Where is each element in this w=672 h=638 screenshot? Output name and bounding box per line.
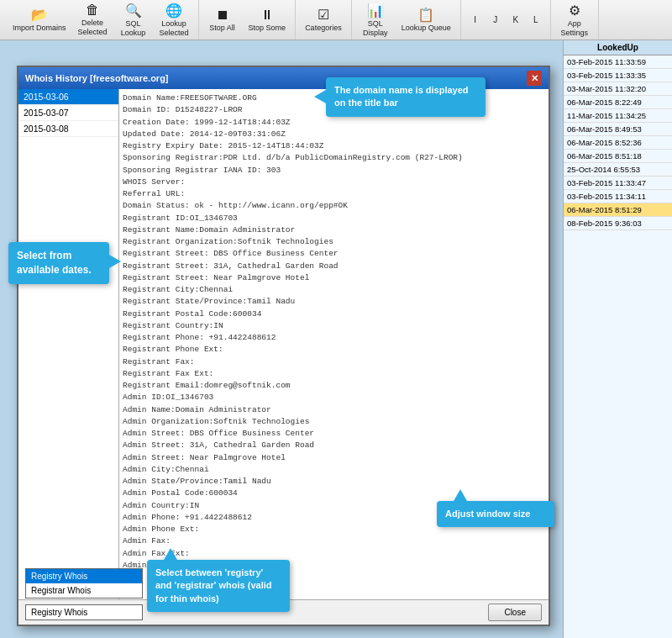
dialog-titlebar: Whois History [freesoftware.org] ✕ xyxy=(18,67,549,89)
lookup-queue-label: Lookup Queue xyxy=(402,24,451,33)
toolbar-group-categories: ☑ Categories xyxy=(296,0,352,40)
dialog-body: 2015-03-062015-03-072015-03-08 Domain Na… xyxy=(18,89,549,599)
sql-display-button[interactable]: 📊 SQLDisplay xyxy=(357,3,394,37)
whois-line: Sponsoring Registrar:PDR Ltd. d/b/a Publ… xyxy=(123,152,545,164)
toolbar-group-sql: 📊 SQLDisplay 📋 Lookup Queue xyxy=(352,0,461,40)
whois-line: Admin Email:domreg@softnik.com xyxy=(123,560,545,572)
categories-label: Categories xyxy=(305,24,342,33)
whois-line: Registry Expiry Date: 2015-12-14T18:44:0… xyxy=(123,140,545,152)
stop-all-label: Stop All xyxy=(209,24,235,33)
whois-line: Admin Country:IN xyxy=(123,500,545,512)
whois-line: Registrant Phone: +91.4422488612 xyxy=(123,332,545,344)
sql-lookup-button[interactable]: 🔍 SQLLookup xyxy=(115,3,152,37)
whois-type-select[interactable]: Registry Whois Registrar Whois xyxy=(25,604,143,620)
sql-lookup-label: SQLLookup xyxy=(121,19,146,38)
right-panel-item[interactable]: 03-Mar-2015 11:32:20 xyxy=(564,82,672,96)
sql-display-icon: 📊 xyxy=(367,3,384,18)
whois-line: Registrant Name:Domain Administrator xyxy=(123,224,545,236)
whois-line: Registrant Postal Code:600034 xyxy=(123,308,545,320)
whois-line: Updated Date: 2014-12-09T03:31:06Z xyxy=(123,129,545,140)
right-panel-item[interactable]: 06-Mar-2015 8:49:53 xyxy=(564,123,672,136)
dialog-close-x-button[interactable]: ✕ xyxy=(527,71,542,86)
whois-line: Domain ID: D15248227-LROR xyxy=(123,104,545,116)
whois-line: Registrant Street: Near Palmgrove Hotel xyxy=(123,272,545,284)
right-panel-header: LookedUp xyxy=(564,40,672,55)
lookup-queue-button[interactable]: 📋 Lookup Queue xyxy=(397,3,455,37)
right-panel-item[interactable]: 06-Mar-2015 8:52:36 xyxy=(564,136,672,150)
right-panel-item[interactable]: 06-Mar-2015 8:22:49 xyxy=(564,96,672,109)
page-i-button[interactable]: I xyxy=(466,3,485,37)
date-list-item[interactable]: 2015-03-08 xyxy=(18,121,118,137)
dialog-title: Whois History [freesoftware.org] xyxy=(25,73,169,83)
toolbar-group-pages: I J K L xyxy=(461,0,551,40)
whois-line: Admin Fax Ext: xyxy=(123,548,545,560)
whois-history-dialog: Whois History [freesoftware.org] ✕ 2015-… xyxy=(17,66,550,626)
registrar-whois-dropdown-item[interactable]: Registrar Whois xyxy=(26,583,142,598)
import-domains-label: Import Domains xyxy=(13,24,66,33)
stop-some-icon: ⏸ xyxy=(260,8,274,23)
right-panel: LookedUp 03-Feb-2015 11:33:5903-Feb-2015… xyxy=(563,40,672,638)
right-panel-item[interactable]: 03-Feb-2015 11:33:59 xyxy=(564,55,672,69)
app-settings-button[interactable]: ⚙ AppSettings xyxy=(556,3,593,37)
import-domains-button[interactable]: 📂 Import Domains xyxy=(8,3,71,37)
page-l-button[interactable]: L xyxy=(527,3,545,37)
app-settings-label: AppSettings xyxy=(560,19,588,38)
right-panel-item[interactable]: 06-Mar-2015 8:51:29 xyxy=(564,203,672,217)
date-list-item[interactable]: 2015-03-06 xyxy=(18,89,118,105)
sql-display-label: SQLDisplay xyxy=(363,19,388,38)
whois-line: Admin Fax: xyxy=(123,535,545,547)
whois-line: Registrant Organization:Softnik Technolo… xyxy=(123,236,545,248)
dialog-footer: Registry Whois Registrar Whois Registry … xyxy=(18,599,549,625)
right-panel-item[interactable]: 03-Feb-2015 11:33:47 xyxy=(564,177,672,190)
date-list[interactable]: 2015-03-062015-03-072015-03-08 xyxy=(18,89,119,599)
right-panel-item[interactable]: 03-Feb-2015 11:34:11 xyxy=(564,190,672,203)
whois-line: Registrant Street: 31A, Cathedral Garden… xyxy=(123,261,545,272)
main-area: LookedUp 03-Feb-2015 11:33:5903-Feb-2015… xyxy=(0,40,672,638)
whois-line: Admin Phone Ext: xyxy=(123,524,545,535)
delete-selected-label: DeleteSelected xyxy=(78,18,108,37)
lookup-queue-icon: 📋 xyxy=(417,7,434,23)
whois-line: Referral URL: xyxy=(123,188,545,200)
categories-button[interactable]: ☑ Categories xyxy=(301,3,346,37)
whois-line: Registrant ID:OI_1346703 xyxy=(123,213,545,224)
whois-line: Admin Street: 31A, Cathedral Garden Road xyxy=(123,440,545,451)
whois-line: Admin Name:Domain Administrator xyxy=(123,404,545,416)
whois-line: Registrant Fax Ext: xyxy=(123,368,545,380)
whois-line: Admin City:Chennai xyxy=(123,464,545,476)
whois-line: Registrant City:Chennai xyxy=(123,284,545,296)
page-j-button[interactable]: J xyxy=(486,3,505,37)
stop-all-icon: ⏹ xyxy=(216,8,229,23)
whois-line: Sponsoring Registrar IANA ID: 303 xyxy=(123,165,545,177)
right-panel-item[interactable]: 06-Mar-2015 8:51:18 xyxy=(564,150,672,163)
right-panel-item[interactable]: 25-Oct-2014 6:55:53 xyxy=(564,163,672,177)
lookup-selected-button[interactable]: 🌐 LookupSelected xyxy=(155,3,193,37)
delete-icon: 🗑 xyxy=(86,3,99,18)
whois-line: Admin Organization:Softnik Technologies xyxy=(123,416,545,428)
dialog-close-footer-button[interactable]: Close xyxy=(488,604,542,621)
right-panel-item[interactable]: 03-Feb-2015 11:33:35 xyxy=(564,69,672,82)
whois-line: Admin State/Province:Tamil Nadu xyxy=(123,476,545,488)
whois-line: Registrant Street: DBS Office Business C… xyxy=(123,248,545,260)
sql-lookup-icon: 🔍 xyxy=(125,3,142,18)
toolbar-group-app: ⚙ AppSettings xyxy=(551,0,599,40)
whois-line: Registrant Fax: xyxy=(123,356,545,368)
whois-line: Registrant Phone Ext: xyxy=(123,344,545,356)
delete-selected-button[interactable]: 🗑 DeleteSelected xyxy=(74,3,112,37)
stop-all-button[interactable]: ⏹ Stop All xyxy=(204,3,241,37)
right-panel-item[interactable]: 08-Feb-2015 9:36:03 xyxy=(564,217,672,230)
whois-line: Admin Street: Near Palmgrove Hotel xyxy=(123,452,545,464)
date-list-item[interactable]: 2015-03-07 xyxy=(18,105,118,121)
whois-line: Creation Date: 1999-12-14T18:44:03Z xyxy=(123,117,545,129)
whois-dropdown-popup[interactable]: Registry Whois Registrar Whois xyxy=(25,568,143,598)
page-k-button[interactable]: K xyxy=(507,3,525,37)
registry-whois-dropdown-item[interactable]: Registry Whois xyxy=(26,569,142,583)
whois-line: Admin Street: DBS Office Business Center xyxy=(123,428,545,440)
whois-line: Registrant Country:IN xyxy=(123,320,545,332)
stop-some-button[interactable]: ⏸ Stop Some xyxy=(244,3,291,37)
right-panel-list[interactable]: 03-Feb-2015 11:33:5903-Feb-2015 11:33:35… xyxy=(564,55,672,638)
whois-content[interactable]: Domain Name:FREESOFTWARE.ORGDomain ID: D… xyxy=(119,89,549,599)
right-panel-item[interactable]: 11-Mar-2015 11:34:25 xyxy=(564,109,672,123)
lookup-selected-icon: 🌐 xyxy=(165,3,182,18)
whois-line: Admin ID:OI_1346703 xyxy=(123,392,545,403)
whois-line: Registrant Email:domreg@softnik.com xyxy=(123,380,545,392)
